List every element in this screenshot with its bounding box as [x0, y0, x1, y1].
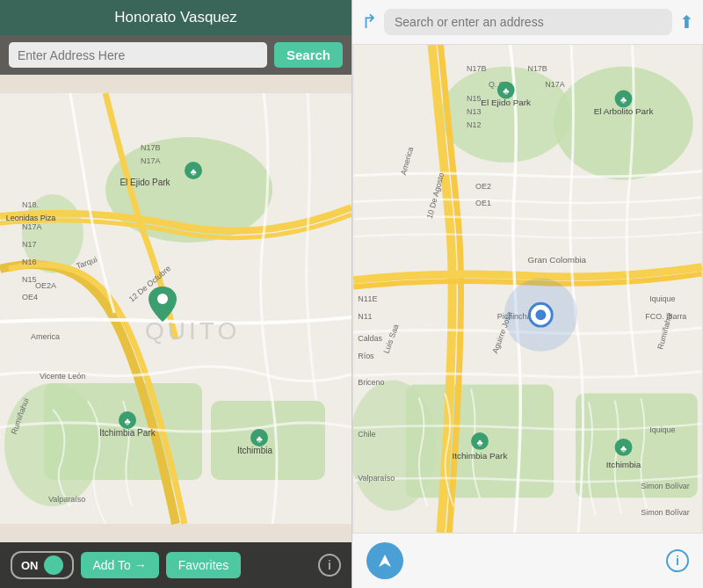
right-panel: ↱ ⬆ [352, 0, 703, 588]
svg-text:Simon Bolívar: Simon Bolívar [641, 508, 689, 517]
left-search-bar: Search [0, 35, 352, 75]
svg-text:Caldas: Caldas [358, 334, 382, 343]
svg-point-81 [535, 309, 546, 320]
svg-point-38 [352, 381, 436, 512]
svg-text:♣: ♣ [256, 433, 262, 444]
add-to-button[interactable]: Add To → [81, 552, 159, 578]
toggle-label: ON [21, 559, 39, 572]
info-button-right[interactable]: i [666, 549, 689, 572]
svg-text:El Ejido Park: El Ejido Park [120, 178, 170, 187]
info-icon-right: i [676, 554, 679, 568]
svg-text:America: America [31, 332, 60, 341]
svg-text:Valparaíso: Valparaíso [48, 495, 85, 504]
svg-text:Briceno: Briceno [358, 378, 384, 387]
svg-text:N17A: N17A [141, 156, 161, 165]
svg-text:N17A: N17A [22, 222, 42, 231]
share-button[interactable]: ⬆ [679, 11, 694, 33]
svg-text:OE1: OE1 [475, 199, 491, 207]
add-to-label: Add To → [93, 558, 147, 572]
svg-text:N17B: N17B [528, 64, 547, 73]
svg-text:N16: N16 [22, 258, 37, 266]
svg-text:Iquique: Iquique [649, 294, 675, 303]
nav-arrow-button[interactable] [366, 542, 403, 579]
svg-text:QUITO: QUITO [145, 317, 240, 345]
svg-point-5 [4, 383, 101, 506]
svg-text:♣: ♣ [620, 443, 627, 454]
svg-text:N13: N13 [467, 107, 481, 116]
svg-text:Iquique: Iquique [649, 425, 675, 434]
toggle-circle [44, 555, 63, 575]
share-icon: ⬆ [679, 12, 694, 32]
address-input[interactable] [9, 42, 267, 68]
svg-text:♣: ♣ [476, 437, 482, 447]
navigation-icon: ↱ [361, 11, 377, 33]
left-title: Honorato Vasquez [114, 9, 237, 25]
svg-text:♣: ♣ [124, 416, 130, 426]
toggle-on[interactable]: ON [11, 551, 74, 579]
svg-text:El Arbolito Park: El Arbolito Park [594, 106, 654, 116]
svg-text:N11: N11 [358, 312, 372, 321]
svg-text:N18.: N18. [22, 200, 39, 209]
svg-text:OE4: OE4 [22, 293, 38, 301]
svg-text:Itchimbia Park: Itchimbia Park [99, 428, 156, 438]
svg-text:N17: N17 [22, 240, 37, 249]
right-search-input[interactable] [384, 9, 672, 35]
svg-text:Ríos: Ríos [358, 352, 374, 360]
right-bottom-bar: i [352, 533, 703, 588]
svg-text:El Ejido Park: El Ejido Park [481, 98, 531, 107]
svg-text:Vicente León: Vicente León [40, 372, 85, 381]
favorites-label: Favorites [178, 558, 229, 572]
search-button[interactable]: Search [274, 42, 343, 68]
svg-text:♣: ♣ [503, 85, 509, 96]
right-map: N17B Q. CL N17B N17A N15 N13 N12 OE2 OE1… [352, 45, 703, 533]
svg-text:N17A: N17A [545, 80, 564, 89]
info-icon-left: i [328, 558, 331, 572]
svg-text:N11E: N11E [358, 294, 377, 303]
svg-text:♣: ♣ [620, 94, 627, 105]
svg-text:OE2A: OE2A [35, 281, 56, 290]
svg-text:Itchimbia Park: Itchimbia Park [453, 451, 508, 461]
left-map: N18. N17A N17 N16 N15 OE4 Rumiñahui N17B… [0, 75, 352, 542]
svg-text:Itchimbia: Itchimbia [606, 460, 641, 469]
svg-point-32 [157, 294, 168, 304]
svg-text:N17B: N17B [141, 143, 161, 152]
svg-text:Gran Colombia: Gran Colombia [528, 255, 587, 265]
left-panel: Honorato Vasquez Search [0, 0, 352, 588]
svg-text:N17B: N17B [467, 64, 486, 73]
favorites-button[interactable]: Favorites [166, 552, 242, 578]
left-header: Honorato Vasquez [0, 0, 352, 35]
left-bottom-bar: ON Add To → Favorites i [0, 542, 352, 588]
svg-point-34 [554, 67, 693, 180]
svg-text:N15: N15 [467, 94, 481, 103]
svg-text:Leonidas Piza: Leonidas Piza [6, 214, 56, 222]
svg-text:Simon Bolívar: Simon Bolívar [641, 482, 689, 490]
svg-text:♣: ♣ [190, 166, 196, 177]
svg-text:N12: N12 [467, 120, 481, 129]
svg-text:Valparaíso: Valparaíso [358, 474, 395, 483]
info-button-left[interactable]: i [318, 554, 341, 577]
right-header: ↱ ⬆ [352, 0, 703, 45]
svg-text:Chile: Chile [358, 430, 375, 439]
svg-text:Itchimbia: Itchimbia [237, 446, 272, 455]
svg-rect-4 [211, 401, 325, 480]
svg-text:OE2: OE2 [475, 182, 491, 191]
